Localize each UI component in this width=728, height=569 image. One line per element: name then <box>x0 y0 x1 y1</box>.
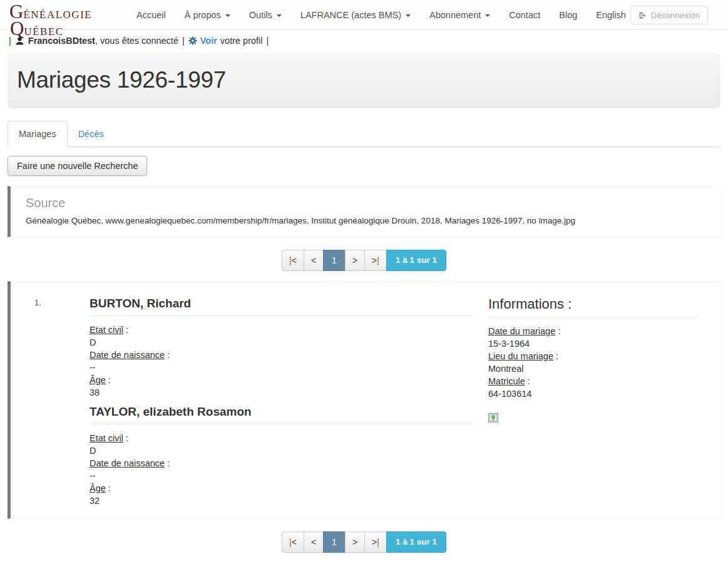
arrow-glyph: < <box>292 255 297 265</box>
pagination-current-page[interactable]: 1 <box>323 531 346 553</box>
field-label-text: Date de naissance <box>90 350 165 360</box>
field-label: Matricule : <box>488 375 700 387</box>
pagination-bottom: |< < 1 > >| 1 à 1 sur 1 <box>0 531 728 553</box>
field-label: Date de naissance : <box>90 349 473 361</box>
profile-text: votre profil <box>220 36 263 46</box>
person-fields: Etat civil : D Date de naissance : -- Âg… <box>90 324 473 399</box>
new-search-button[interactable]: Faire une nouvelle Recherche <box>8 156 147 176</box>
arrow-glyph: < <box>292 537 297 547</box>
site-logo[interactable]: GÉNÉALOGIE QUÉBEC <box>9 2 92 38</box>
pagination-prev-button[interactable]: < <box>304 250 324 271</box>
field-value: 38 <box>90 386 473 399</box>
pipe-glyph: | <box>377 537 379 547</box>
image-icon <box>488 413 498 423</box>
field-value: D <box>90 444 473 457</box>
pagination-summary-badge: 1 à 1 sur 1 <box>386 250 446 271</box>
nav-label: Abonnement <box>429 10 481 20</box>
nav-label: À propos <box>185 10 221 20</box>
caret-down-icon <box>406 14 411 17</box>
logout-button[interactable]: Déconnexion <box>630 6 708 24</box>
field-value: 64-103614 <box>488 387 700 400</box>
gear-icon <box>188 36 197 45</box>
colon: : <box>123 433 128 443</box>
caret-down-icon <box>277 14 282 17</box>
caret-down-icon <box>225 14 230 17</box>
pagination-last-button[interactable]: >| <box>364 250 387 271</box>
tab-deces[interactable]: Décès <box>68 121 115 146</box>
divider <box>90 424 473 424</box>
field-label: Âge : <box>90 374 473 386</box>
nav-item-abonnement[interactable]: Abonnement <box>420 10 500 20</box>
nav-item-english[interactable]: English <box>587 10 635 20</box>
divider <box>488 317 700 317</box>
pagination-group: |< < 1 > >| 1 à 1 sur 1 <box>282 531 446 553</box>
nav-item-accueil[interactable]: Accueil <box>127 10 175 20</box>
colon: : <box>555 326 560 336</box>
pagination-next-button[interactable]: > <box>345 250 365 271</box>
person-block-2: TAYLOR, elizabeth Rosamon Etat civil : D… <box>90 404 473 507</box>
pagination-prev-button[interactable]: < <box>304 531 324 553</box>
tab-bar: Mariages Décès <box>8 121 720 147</box>
informations-fields: Date du mariage : 15-3-1964 Lieu du mari… <box>488 325 700 400</box>
view-profile-link[interactable]: Voir votre profil <box>188 36 263 46</box>
field-label-text: Matricule <box>488 376 525 386</box>
nav-item-contact[interactable]: Contact <box>500 10 550 20</box>
pagination-summary-badge: 1 à 1 sur 1 <box>386 531 446 553</box>
nav-item-a-propos[interactable]: À propos <box>175 10 240 20</box>
field-value: -- <box>90 361 473 374</box>
logout-label: Déconnexion <box>650 11 700 20</box>
pagination-current-page[interactable]: 1 <box>323 250 346 271</box>
colon: : <box>165 350 170 360</box>
tab-label: Décès <box>78 129 104 139</box>
voir-label: Voir <box>200 36 217 46</box>
field-label: Date du mariage : <box>488 325 700 337</box>
person-fields: Etat civil : D Date de naissance : -- Âg… <box>90 432 473 507</box>
record-image-link[interactable] <box>488 413 498 423</box>
field-label-text: Etat civil <box>90 433 123 443</box>
pagination-first-button[interactable]: |< <box>282 531 304 553</box>
field-value: D <box>90 336 473 349</box>
tab-mariages[interactable]: Mariages <box>8 121 68 147</box>
field-value: Montreal <box>488 362 700 375</box>
field-label: Âge : <box>90 482 473 495</box>
field-value: 32 <box>90 495 473 507</box>
logo-initial-q: Q <box>10 18 24 39</box>
informations-heading: Informations : <box>488 295 700 313</box>
nav-label: Outils <box>249 10 272 20</box>
person-block-1: BURTON, Richard Etat civil : D Date de n… <box>90 295 473 399</box>
pagination-next-button[interactable]: > <box>345 531 365 553</box>
caret-down-icon <box>485 14 490 17</box>
connected-text: , vous êtes connecté <box>95 36 178 46</box>
colon: : <box>106 483 111 493</box>
separator: | <box>267 36 269 46</box>
record-columns: BURTON, Richard Etat civil : D Date de n… <box>11 295 720 507</box>
logo-line-2: QUÉBEC <box>10 19 92 38</box>
nav-item-blog[interactable]: Blog <box>550 10 587 20</box>
separator: | <box>182 36 185 46</box>
field-label: Date de naissance : <box>90 457 473 469</box>
nav-item-outils[interactable]: Outils <box>240 10 291 20</box>
pagination-last-button[interactable]: >| <box>364 531 387 553</box>
record-panel: 1. BURTON, Richard Etat civil : D Date d… <box>8 281 720 519</box>
top-navbar: GÉNÉALOGIE QUÉBEC Accueil À propos Outil… <box>0 0 728 30</box>
colon: : <box>165 458 170 468</box>
nav-item-lafrance[interactable]: LAFRANCE (actes BMS) <box>291 10 420 20</box>
nav-label: Contact <box>509 10 540 20</box>
nav-label: Blog <box>559 10 577 20</box>
tab-label: Mariages <box>19 129 56 139</box>
colon: : <box>525 376 530 386</box>
colon: : <box>106 375 111 385</box>
divider <box>90 315 473 316</box>
record-index: 1. <box>34 298 41 307</box>
field-label: Etat civil : <box>90 324 473 336</box>
nav-label: Accueil <box>136 10 166 20</box>
nav-label: English <box>596 10 626 20</box>
main-nav: Accueil À propos Outils LAFRANCE (actes … <box>127 0 635 30</box>
record-informations-column: Informations : Date du mariage : 15-3-19… <box>488 295 700 507</box>
field-label-text: Etat civil <box>90 325 123 335</box>
pagination-first-button[interactable]: |< <box>282 250 304 271</box>
person-name: BURTON, Richard <box>90 295 473 312</box>
source-heading: Source <box>26 196 705 210</box>
user-status-bar: | FrancoisBDtest, vous êtes connecté | V… <box>0 30 728 51</box>
colon: : <box>123 325 128 335</box>
